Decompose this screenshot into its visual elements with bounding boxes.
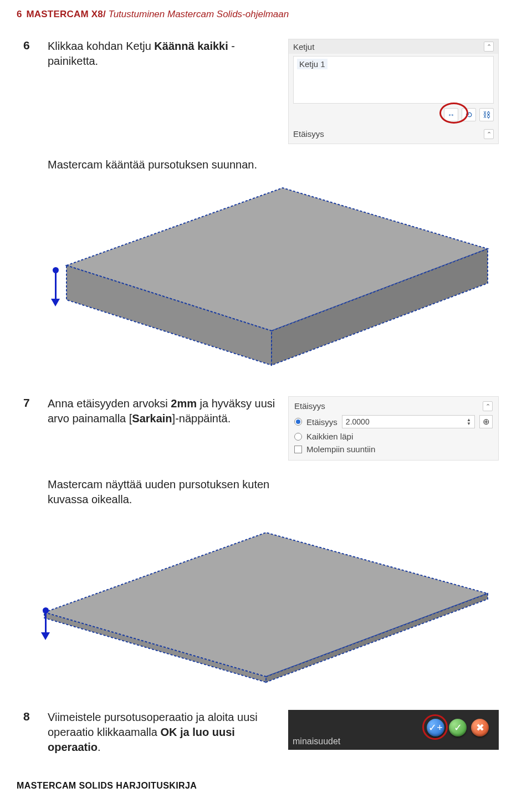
chains-panel: Ketjut ⌃ Ketju 1 ↔ ⟲ ⛓ Etäisyys ⌃ (288, 39, 499, 144)
input-value: 2.0000 (346, 417, 370, 426)
emphasis: 2mm (171, 397, 197, 410)
section-title: Etäisyys (293, 129, 324, 139)
status-text: minaisuudet (293, 736, 340, 746)
step-number: 8 (17, 710, 48, 755)
reverse-all-button[interactable]: ↔ (444, 108, 458, 121)
text: ]-näppäintä. (172, 412, 231, 424)
checkbox-both-directions[interactable] (294, 446, 302, 453)
section-title: Ketjut (293, 42, 314, 52)
rechain-button[interactable]: ⟲ (462, 108, 476, 121)
book-title: MASTERCAM X8/ (26, 9, 105, 19)
slab-svg (11, 529, 499, 684)
both-directions-row: Molempiin suuntiin (289, 443, 498, 456)
chapter-subtitle: Tutustuminen Mastercam Solids-ohjelmaan (109, 9, 289, 19)
svg-marker-3 (44, 533, 488, 677)
label: Etäisyys (306, 417, 337, 427)
page-number: 6 (17, 9, 22, 20)
step-note: Mastercam näyttää uuden pursotuksen kute… (48, 477, 288, 507)
step-8: 8 Viimeistele pursotusoperaatio ja aloit… (17, 710, 499, 755)
ok-buttons-screenshot: minaisuudet ✓+ ✓ ✖ (288, 710, 499, 755)
text: Klikkaa kohdan Ketju (48, 40, 154, 52)
page-header: 6 MASTERCAM X8/ Tutustuminen Mastercam S… (17, 9, 499, 20)
footer-title: MASTERCAM SOLIDS HARJOITUSKIRJA (17, 781, 197, 791)
label: Kaikkien läpi (306, 432, 353, 441)
step-note: Mastercam kääntää pursotuksen suunnan. (48, 157, 288, 172)
text: Anna etäisyyden arvoksi (48, 397, 171, 410)
step-text: Anna etäisyyden arvoksi 2mm ja hyväksy u… (48, 396, 288, 461)
through-all-row: Kaikkien läpi (289, 430, 498, 443)
text: . (98, 741, 101, 753)
panel-section-header[interactable]: Etäisyys ⌃ (289, 399, 498, 413)
list-item[interactable]: Ketju 1 (297, 59, 328, 69)
panel-section-header[interactable]: Ketjut ⌃ (289, 39, 498, 54)
distance-panel-screenshot: Etäisyys ⌃ Etäisyys 2.0000 ▲▼ ⊕ Kaikkien… (288, 396, 499, 461)
step-number: 7 (17, 396, 48, 461)
label: Molempiin suuntiin (306, 444, 375, 454)
pick-point-button[interactable]: ⊕ (479, 415, 493, 428)
step-6-note-row: Mastercam kääntää pursotuksen suunnan. (17, 157, 499, 172)
step-7-note-row: Mastercam näyttää uuden pursotuksen kute… (17, 477, 499, 507)
step-number: 6 (17, 39, 48, 144)
panel-section-header[interactable]: Etäisyys ⌃ (289, 126, 498, 144)
ok-and-create-new-button[interactable]: ✓+ (427, 719, 444, 736)
collapse-icon[interactable]: ⌃ (484, 42, 494, 52)
chain-list[interactable]: Ketju 1 (293, 56, 494, 104)
emphasis: Käännä kaikki (154, 40, 228, 52)
extrusion-block-illustration (17, 186, 499, 374)
distance-row: Etäisyys 2.0000 ▲▼ ⊕ (289, 413, 498, 430)
spinner-icon[interactable]: ▲▼ (467, 418, 471, 426)
collapse-icon[interactable]: ⌃ (483, 401, 493, 411)
step-7: 7 Anna etäisyyden arvoksi 2mm ja hyväksy… (17, 396, 499, 461)
thin-extrusion-illustration (17, 524, 499, 679)
status-bar: minaisuudet ✓+ ✓ ✖ (288, 710, 499, 750)
section-title: Etäisyys (294, 401, 325, 411)
distance-input[interactable]: 2.0000 ▲▼ (342, 415, 475, 428)
distance-panel: Etäisyys ⌃ Etäisyys 2.0000 ▲▼ ⊕ Kaikkien… (288, 396, 499, 461)
collapse-icon[interactable]: ⌃ (484, 129, 494, 139)
step-text: Klikkaa kohdan Ketju Käännä kaikki -pain… (48, 39, 288, 144)
chain-options-button[interactable]: ⛓ (479, 108, 494, 121)
chains-panel-screenshot: Ketjut ⌃ Ketju 1 ↔ ⟲ ⛓ Etäisyys ⌃ (288, 39, 499, 144)
emphasis: Sarkain (132, 412, 172, 424)
cancel-button[interactable]: ✖ (471, 719, 489, 736)
radio-distance[interactable] (294, 418, 302, 426)
step-6: 6 Klikkaa kohdan Ketju Käännä kaikki -pa… (17, 39, 499, 144)
block-svg (22, 182, 499, 371)
ok-button[interactable]: ✓ (449, 719, 467, 736)
radio-through-all[interactable] (294, 433, 302, 441)
step-text: Viimeistele pursotusoperaatio ja aloita … (48, 710, 288, 755)
